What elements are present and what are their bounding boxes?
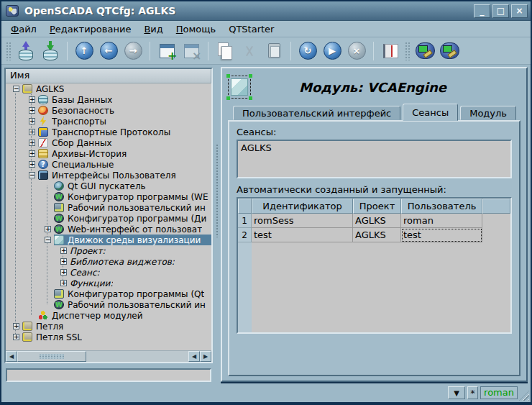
menu-item-help[interactable]: Помощь [170,22,222,37]
up-button[interactable]: ↑ [72,40,96,63]
tree-item[interactable]: +WWeb-интерфейс от пользоват [6,224,211,235]
tree-item[interactable]: +Петля [6,321,211,332]
table-cell[interactable]: AGLKS [353,228,401,242]
status-dropdown-button[interactable]: ▼ [448,386,465,399]
table-cell[interactable]: test [401,228,482,242]
reload-button[interactable]: ↻ [295,40,320,63]
tree-item[interactable]: +Сеанс: [6,267,211,278]
toolbar-drag-handle[interactable] [405,42,411,60]
scroll-track[interactable] [86,351,188,362]
database-icon [38,95,48,104]
table-column-header[interactable]: Пользователь [401,199,482,214]
menu-item-edit[interactable]: Редактирование [43,22,137,37]
qtstarter-icon [416,42,435,59]
table-cell[interactable]: roman [401,214,482,228]
tree-item[interactable]: +Библиотека виджетов: [6,256,211,267]
tree-item[interactable]: Рабочий пользовательский ин [6,202,211,213]
expand-plus-icon[interactable]: + [29,96,35,103]
resize-grip[interactable] [519,391,529,401]
tree-item[interactable]: +?Специальные [6,159,211,170]
tree-item[interactable]: Конфигуратор программы (Qt [6,288,211,299]
session-list-item[interactable]: AGLKS [241,142,508,154]
add-item-button[interactable]: + [155,40,179,63]
tree-item[interactable]: WКонфигуратор программы (Ди [6,213,211,224]
tree-item[interactable]: +Базы Данных [6,94,211,105]
qtstarter-config-button[interactable] [437,40,462,63]
status-star-button[interactable]: * [467,386,478,399]
tree-item-label: Проект: [70,246,106,256]
expand-plus-icon[interactable]: + [60,258,67,265]
expand-plus-icon[interactable]: + [60,247,67,254]
tree-column-header[interactable]: Имя [6,69,211,83]
table-column-header[interactable]: Идентификатор [252,199,353,214]
expand-plus-icon[interactable]: + [29,129,35,135]
scroll-left-button[interactable]: ◀ [6,351,17,362]
tree-item[interactable]: +Безопасность [6,105,211,116]
expand-plus-icon[interactable]: + [29,107,35,114]
tree-item[interactable]: +Петля SSL [6,332,211,342]
maximize-button[interactable]: □ [492,4,509,18]
qtstarter-vision-button[interactable] [413,40,437,63]
tree-item[interactable]: +Сбор Данных [6,137,211,148]
expand-plus-icon[interactable]: + [29,150,35,157]
panel-splitter[interactable] [214,66,221,383]
tab-user-interface[interactable]: Пользовательский интерфейс [233,106,400,120]
tab-module[interactable]: Модуль [460,106,516,120]
scroll-left-button2[interactable]: ◀ [188,351,200,362]
tree-item[interactable]: +Проект: [6,245,211,256]
close-button[interactable]: × [511,4,528,18]
expand-plus-icon[interactable]: + [45,226,51,232]
sessions-label: Сеансы: [237,127,512,137]
tree-item[interactable]: WРабочий пользовательский ин [6,299,211,310]
expand-plus-icon[interactable]: + [13,334,19,340]
back-button[interactable]: ← [96,40,121,63]
expand-plus-icon[interactable]: + [29,118,35,124]
tree-item[interactable]: Qt GUI пускатель [6,181,211,191]
tree-item[interactable]: −Интерфейсы Пользователя [6,170,211,181]
table-row-number[interactable]: 2 [238,228,252,242]
tree-item[interactable]: +Функции: [6,278,211,288]
expand-plus-icon[interactable]: + [29,161,35,168]
sessions-table: ИдентификаторПроектПользователь1romSessA… [237,197,512,334]
save-to-db-button[interactable] [38,40,63,63]
manual-button[interactable] [378,40,403,63]
table-row-number[interactable]: 1 [238,214,252,228]
expand-plus-icon[interactable]: + [60,280,67,286]
menu-item-qtstarter[interactable]: QTStarter [222,22,280,37]
tree-status-field[interactable] [6,368,211,382]
tree-item-label: AGLKS [36,84,64,94]
tree-item[interactable]: −Движок среды визуализации [6,235,211,245]
table-header-filler [482,199,510,214]
tree-item[interactable]: +Транспорты [6,116,211,127]
copy-button[interactable] [213,40,237,63]
expand-plus-icon[interactable]: + [29,140,35,146]
table-cell[interactable]: test [252,228,353,242]
table-add-icon: + [160,44,175,58]
table-cell[interactable]: romSess [252,214,353,228]
menu-item-file[interactable]: Файл [4,22,43,37]
table-column-header[interactable]: Проект [353,199,401,214]
start-button[interactable]: ▶ [320,40,344,63]
collapse-minus-icon[interactable]: − [29,172,35,178]
tree-item[interactable]: +Транспортные Протоколы [6,127,211,137]
collapse-minus-icon[interactable]: − [45,237,51,243]
toolbar-drag-handle[interactable] [6,42,12,60]
scroll-right-button[interactable]: ▶ [200,351,211,362]
tree-item-label: Рабочий пользовательский ин [68,300,206,310]
collapse-minus-icon[interactable]: − [13,86,19,92]
tree-item[interactable]: WКонфигуратор программы (WE [6,191,211,202]
manual-book-icon [383,44,398,58]
tree-item[interactable]: Диспетчер модулей [6,310,211,321]
expand-plus-icon[interactable]: + [13,323,19,329]
scroll-thumb[interactable] [17,351,86,362]
sessions-listbox[interactable]: AGLKS [237,140,512,178]
tree-item[interactable]: +Архивы-История [6,148,211,159]
module-cube-icon[interactable] [228,76,251,99]
table-cell[interactable]: AGLKS [353,214,401,228]
tree-item[interactable]: −AGLKS [6,83,211,94]
expand-plus-icon[interactable]: + [60,269,67,276]
tab-sessions[interactable]: Сеансы [403,104,458,121]
menu-item-view[interactable]: Вид [137,22,169,37]
load-from-db-button[interactable] [14,40,38,63]
minimize-button[interactable]: _ [474,4,490,18]
